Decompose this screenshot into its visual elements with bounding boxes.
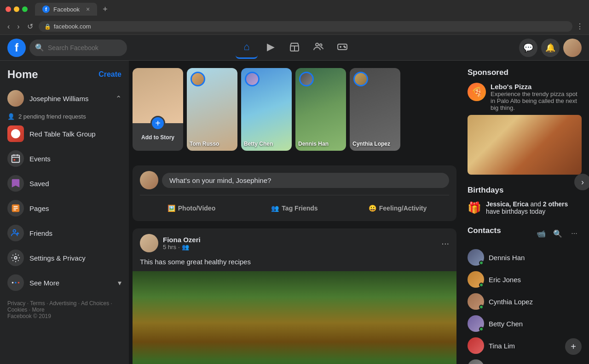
tab-close-btn[interactable]: ×: [86, 6, 90, 13]
nav-groups-btn[interactable]: [307, 37, 329, 59]
sponsored-logo: 🍕: [468, 83, 486, 101]
post-more-btn[interactable]: ···: [441, 238, 449, 249]
sidebar-item-pages[interactable]: Pages: [4, 196, 125, 220]
feeling-label: Feeling/Activity: [379, 205, 427, 212]
reload-btn[interactable]: ↺: [25, 20, 35, 33]
pages-icon: [7, 200, 24, 216]
contacts-video-btn[interactable]: 📹: [534, 226, 549, 241]
svg-rect-9: [12, 155, 20, 163]
contact-item-cynthia[interactable]: Cynthia Lopez: [468, 290, 582, 313]
tag-friends-icon: 👥: [271, 205, 279, 212]
story-add-card[interactable]: + Add to Story: [133, 68, 183, 151]
contact-online-dennis: [479, 261, 484, 265]
add-contact-fab[interactable]: +: [565, 338, 582, 355]
contact-avatar-eric: [468, 271, 484, 288]
sidebar-user-name: Josephine Williams: [29, 95, 88, 102]
contact-avatar-cynthia: [468, 293, 484, 310]
story-card-dennis-han[interactable]: Dennis Han: [295, 68, 346, 151]
lock-icon: 🔒: [44, 23, 51, 30]
create-btn[interactable]: Create: [98, 70, 121, 79]
new-tab-btn[interactable]: +: [103, 5, 108, 14]
contact-name-tina: Tina Lim: [489, 342, 515, 350]
photo-video-btn[interactable]: 🖼️ Photo/Video: [140, 201, 243, 216]
post-input[interactable]: What's on your mind, Josephine?: [162, 173, 449, 188]
minimize-window-btn[interactable]: [14, 6, 19, 12]
footer-terms[interactable]: Terms: [30, 300, 45, 307]
maximize-window-btn[interactable]: [22, 6, 28, 12]
story-card-cynthia-lopez[interactable]: Cynthia Lopez: [350, 68, 400, 151]
tag-friends-btn[interactable]: 👥 Tag Friends: [243, 201, 346, 216]
contacts-search-btn[interactable]: 🔍: [550, 226, 565, 241]
post-user: Fiona Ozeri 5 hrs · 👥: [140, 234, 201, 252]
saved-icon: [7, 175, 24, 192]
svg-rect-13: [13, 159, 15, 161]
close-window-btn[interactable]: [6, 6, 11, 12]
user-avatar-header[interactable]: [563, 39, 582, 57]
contact-item-tina[interactable]: Tina Lim: [468, 335, 582, 357]
browser-more-btn[interactable]: ⋮: [576, 22, 583, 31]
photo-video-icon: 🖼️: [167, 205, 175, 212]
birthday-item: 🎁 Jessica, Erica and 2 others have birth…: [468, 200, 582, 215]
svg-point-23: [15, 282, 17, 284]
footer-ad-choices[interactable]: Ad Choices: [81, 300, 109, 307]
logo-area: f 🔍: [7, 39, 127, 57]
address-bar[interactable]: 🔒 facebook.com: [39, 21, 572, 32]
contacts-more-btn[interactable]: ···: [567, 226, 582, 241]
story-add-btn[interactable]: +: [150, 116, 165, 131]
sidebar-settings-label: Settings & Privacy: [29, 254, 86, 262]
events-icon: [7, 150, 24, 167]
nav-gaming-btn[interactable]: [331, 37, 353, 59]
footer-privacy[interactable]: Privacy: [7, 300, 25, 307]
sidebar-item-saved[interactable]: Saved: [4, 171, 125, 195]
notifications-btn[interactable]: 🔔: [541, 39, 560, 57]
stories-container: + Add to Story Tom Russo Betty Chen Denn…: [133, 68, 456, 158]
contact-item-dennis[interactable]: Dennis Han: [468, 246, 582, 268]
sidebar: Home Create Josephine Williams ⌃ 👤 2 pen…: [0, 61, 129, 364]
post-user-name[interactable]: Fiona Ozeri: [163, 236, 201, 244]
facebook-logo[interactable]: f: [7, 39, 26, 57]
sidebar-see-more[interactable]: See More ▾: [4, 271, 125, 295]
svg-point-21: [14, 256, 17, 259]
search-input[interactable]: [48, 44, 121, 51]
sidebar-item-user[interactable]: Josephine Williams ⌃: [4, 86, 125, 110]
sidebar-item-red-table-group[interactable]: Red Table Talk Group: [4, 122, 125, 146]
search-icon: 🔍: [35, 43, 44, 52]
back-btn[interactable]: ‹: [6, 21, 12, 33]
forward-btn[interactable]: ›: [15, 21, 21, 33]
sidebar-item-settings[interactable]: Settings & Privacy: [4, 246, 125, 270]
contact-item-molly[interactable]: Molly Carter: [468, 357, 582, 364]
sponsored-text: Lebo's Pizza Experience the trendy pizza…: [491, 83, 582, 111]
sidebar-collapse-icon[interactable]: ⌃: [115, 94, 121, 103]
footer-advertising[interactable]: Advertising: [49, 300, 76, 307]
nav-watch-btn[interactable]: ▶: [260, 37, 282, 59]
story-card-tom-russo[interactable]: Tom Russo: [187, 68, 237, 151]
contact-avatar-dennis: [468, 249, 484, 266]
contacts-header: Contacts 📹 🔍 ···: [468, 226, 582, 241]
sidebar-item-events[interactable]: Events: [4, 147, 125, 171]
feeling-activity-btn[interactable]: 😀 Feeling/Activity: [346, 201, 449, 216]
nav-marketplace-btn[interactable]: [283, 37, 306, 59]
birthday-names: Jessica, Erica: [486, 200, 531, 208]
svg-point-8: [345, 47, 346, 48]
search-bar[interactable]: 🔍: [29, 40, 127, 56]
contact-item-betty[interactable]: Betty Chen: [468, 313, 582, 335]
post-box-top: What's on your mind, Josephine?: [140, 171, 449, 189]
sidebar-pending-requests[interactable]: 👤 2 pending friend requests: [4, 111, 125, 122]
browser-tab[interactable]: f Facebook ×: [35, 3, 97, 16]
see-more-icon: [7, 274, 24, 291]
feed: + Add to Story Tom Russo Betty Chen Denn…: [129, 61, 460, 364]
story-card-betty-chen[interactable]: Betty Chen: [241, 68, 292, 151]
nav-home-btn[interactable]: ⌂: [236, 37, 258, 59]
story-avatar-cynthia: [353, 72, 368, 86]
sponsored-item[interactable]: 🍕 Lebo's Pizza Experience the trendy piz…: [468, 83, 582, 111]
contact-item-eric[interactable]: Eric Jones: [468, 268, 582, 290]
sidebar-item-friends[interactable]: Friends: [4, 221, 125, 245]
contact-avatar-molly: [468, 359, 484, 364]
sidebar-footer: Privacy · Terms · Advertising · Ad Choic…: [4, 295, 125, 325]
contact-online-eric: [479, 283, 484, 287]
svg-point-3: [320, 44, 322, 46]
footer-cookies[interactable]: Cookies: [7, 307, 27, 313]
footer-more[interactable]: More: [32, 307, 44, 313]
messenger-btn[interactable]: 💬: [519, 39, 537, 57]
contact-avatar-tina: [468, 337, 484, 354]
